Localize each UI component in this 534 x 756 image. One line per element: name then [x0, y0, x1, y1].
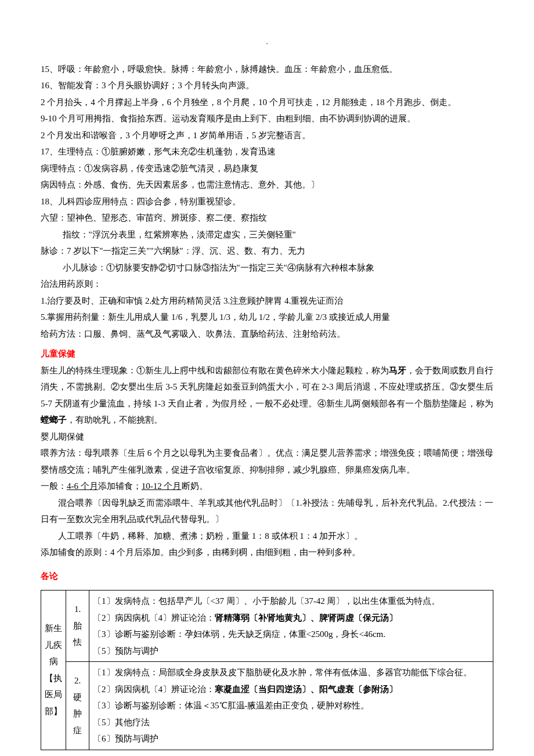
paragraph-treatment-1-4: 1.治疗要及时、正确和审慎 2.处方用药精简灵活 3.注意顾护脾胃 4.重视先证… [41, 293, 493, 309]
general-post: 断奶。 [182, 481, 208, 491]
taiquie-line-2: 〔2〕病因病机〔4〕辨证论治：肾精薄弱〔补肾地黄丸〕、脾肾两虚〔保元汤〕 [93, 610, 489, 627]
general-mid: 添加辅食； [98, 481, 142, 491]
paragraph-fine-motor: 9-10 个月可用拇指、食指拾东西。运动发育顺序是由上到下、由粗到细、由不协调到… [41, 110, 493, 127]
paragraph-pediatric-pulse: 小儿脉诊：①切脉要安静②切寸口脉③指法为"一指定三关"④病脉有六种根本脉象 [41, 260, 493, 276]
yingzhong-line-2: 〔2〕病因病机〔4〕辨证论治：寒凝血涩〔当归四逆汤〕、阳气虚衰〔参附汤〕 [93, 681, 489, 698]
yingzhong-line-1: 〔1〕发病特点：局部或全身皮肤及皮下脂肪硬化及水肿，常伴有低体温、多器官功能低下… [93, 664, 489, 681]
cell-taiquie: 1. 胎怯 [66, 591, 89, 662]
yingzhong-line-5: 〔5〕其他疗法 [93, 714, 489, 731]
underline-10-12-months: 10-12 个月 [142, 481, 182, 491]
newborn-pre: 新生儿的特殊生理现象：①新生儿上腭中线和齿龈部位有散在黄色碎米大小隆起颗粒，称为 [41, 366, 389, 375]
paragraph-15: 15、呼吸：年龄愈小，呼吸愈快。脉搏：年龄愈小，脉搏越快。血压：年龄愈小，血压愈… [41, 61, 493, 78]
paragraph-pulse-diagnosis: 脉诊：7 岁以下"一指定三关""六纲脉"：浮、沉、迟、数、有力、无力 [41, 243, 493, 260]
top-page-marker: . [41, 35, 493, 49]
paragraph-treatment-principles-head: 治法用药原则： [41, 276, 493, 293]
paragraph-supplement-principle: 添加辅食的原则：4 个月后添加。由少到多，由稀到稠，由细到粗，由一种到多种。 [41, 544, 493, 561]
paragraph-16: 16、智能发育：3 个月头眼协调好；3 个月转头向声源。 [41, 77, 493, 94]
general-pre: 一般： [41, 481, 67, 491]
paragraph-speech: 2 个月发出和谐喉音，3 个月咿呀之声，1 岁简单用语，5 岁完整语言。 [41, 127, 493, 144]
paragraph-18-diagnosis: 18、儿科四诊应用特点：四诊合参，特别重视望诊。 [41, 193, 493, 210]
strong-maya: 马牙 [389, 366, 406, 375]
yingzhong-line-3: 〔3〕诊断与鉴别诊断：体温＜35℃肛温-腋温差由正变负，硬肿对称性。 [93, 697, 489, 714]
paragraph-finger-print: 指纹："浮沉分表里，红紫辨寒热，淡滞定虚实，三关侧轻重" [41, 226, 493, 243]
paragraph-etiology: 病因特点：外感、食伤、先天因素居多，也需注意情志、意外、其他。〕 [41, 177, 493, 193]
paragraph-mixed-feeding: 混合喂养〔因母乳缺乏而需添喂牛、羊乳或其他代乳品时〕〔1.补授法：先哺母乳，后补… [41, 495, 493, 528]
underline-4-6-months: 4-6 个月 [67, 481, 98, 491]
paragraph-six-observe: 六望：望神色、望形态、审苗窍、辨斑疹、察二便、察指纹 [41, 210, 493, 226]
yingzhong-line-6: 〔6〕预防与调护 [93, 730, 489, 747]
cell-taiquie-content: 〔1〕发病特点：包括早产儿〔<37 周〕、小于胎龄儿〔37-42 周〕，以出生体… [89, 591, 493, 662]
taiquie-line-1: 〔1〕发病特点：包括早产儿〔<37 周〕、小于胎龄儿〔37-42 周〕，以出生体… [93, 593, 489, 610]
paragraph-feeding-method: 喂养方法：母乳喂养〔生后 6 个月之以母乳为主要食品者〕。优点：满足婴儿营养需求… [41, 445, 493, 478]
paragraph-administration: 给药方法：口服、鼻饲、蒸气及气雾吸入、吹鼻法、直肠给药法、注射给药法。 [41, 326, 493, 343]
table-row: 2. 硬肿症 〔1〕发病特点：局部或全身皮肤及皮下脂肪硬化及水肿，常伴有低体温、… [41, 662, 493, 750]
newborn-post: ，有助吮乳，不能挑割。 [67, 415, 163, 424]
taiquie-line-3: 〔3〕诊断与鉴别诊断：孕妇体弱，先天缺乏病症，体重<2500g，身长<46cm. [93, 626, 489, 643]
strong-tanglangzi: 螳螂子 [41, 415, 67, 424]
table-row: 新生儿疾病【执医局部】 1. 胎怯 〔1〕发病特点：包括早产儿〔<37 周〕、小… [41, 591, 493, 662]
paragraph-newborn-phenomena: 新生儿的特殊生理现象：①新生儿上腭中线和齿龈部位有散在黄色碎米大小隆起颗粒，称为… [41, 362, 493, 429]
disease-table: 新生儿疾病【执医局部】 1. 胎怯 〔1〕发病特点：包括早产儿〔<37 周〕、小… [41, 590, 493, 750]
paragraph-treatment-5: 5.掌握用药剂量：新生儿用成人量 1/6，乳婴儿 1/3，幼儿 1/2，学龄儿童… [41, 309, 493, 326]
paragraph-general-feeding: 一般：4-6 个月添加辅食；10-12 个月断奶。 [41, 478, 493, 495]
paragraph-infant-care-head: 婴儿期保健 [41, 429, 493, 445]
cell-yingzhong: 2. 硬肿症 [66, 662, 89, 750]
section-heading-geluun: 各论 [41, 568, 493, 585]
section-heading-child-health: 儿童保健 [41, 345, 493, 362]
cell-yingzhong-content: 〔1〕发病特点：局部或全身皮肤及皮下脂肪硬化及水肿，常伴有低体温、多器官功能低下… [89, 662, 493, 750]
paragraph-artificial-feeding: 人工喂养〔牛奶，稀释、加糖、煮沸；奶粉，重量 1：8 或体积 1：4 加开水〕。 [41, 528, 493, 545]
cell-newborn-disease-header: 新生儿疾病【执医局部】 [41, 591, 66, 750]
paragraph-pathology: 病理特点：①发病容易，传变迅速②脏气清灵，易趋康复 [41, 160, 493, 177]
paragraph-motor: 2 个月抬头，4 个月撑起上半身，6 个月独坐，8 个月爬，10 个月可扶走，1… [41, 94, 493, 111]
paragraph-17-physiology: 17、生理特点：①脏腑娇嫩，形气未充②生机蓬勃，发育迅速 [41, 143, 493, 160]
taiquie-line-5: 〔5〕预防与调护 [93, 643, 489, 660]
